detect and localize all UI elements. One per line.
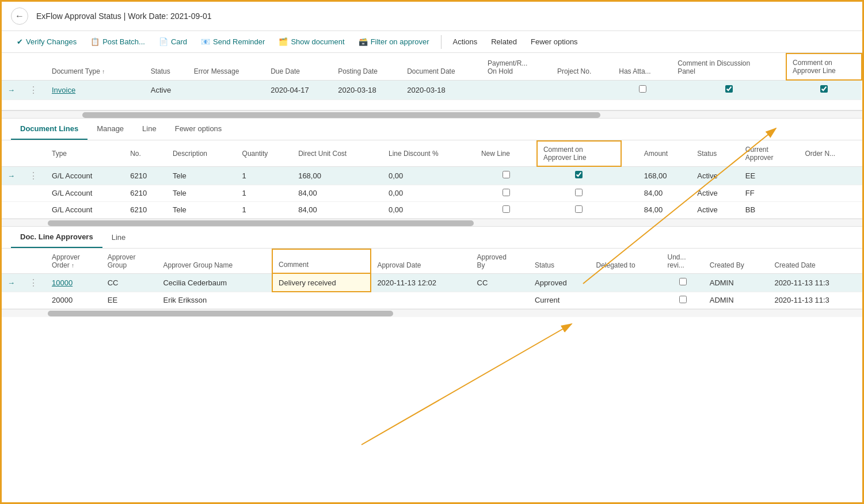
new-line-cb-2[interactable] (503, 189, 510, 196)
cell-comment-approver[interactable] (786, 80, 862, 100)
page-title: ExFlow Approval Status | Work Date: 2021… (36, 12, 212, 21)
fewer-options-button[interactable]: Fewer options (525, 35, 584, 49)
tab-line-approvers[interactable]: Line (102, 227, 135, 247)
filter-approver-button[interactable]: 🗃️ Filter on approver (353, 35, 435, 49)
tab-manage[interactable]: Manage (87, 119, 133, 140)
cell-ld-2: 0,00 (383, 185, 475, 201)
verify-changes-button[interactable]: ✔ Verify Changes (11, 35, 82, 49)
post-batch-button[interactable]: 📋 Post Batch... (85, 35, 151, 49)
und-revi-cb-1[interactable] (679, 278, 687, 285)
col-error-msg: Error Message (188, 54, 265, 80)
col-doc-type: Document Type ↑ (46, 54, 134, 80)
cell-duc-3: 84,00 (292, 201, 383, 218)
col-type: Type (46, 141, 124, 166)
cell-approver-1: EE (740, 166, 800, 185)
three-dot-icon[interactable]: ⋮ (26, 85, 40, 95)
table-row[interactable]: → ⋮ 10000 CC Cecilia Cederbaum Delivery … (2, 273, 862, 292)
three-dot-icon-line1[interactable]: ⋮ (26, 171, 40, 181)
three-dot-icon-approver1[interactable]: ⋮ (26, 278, 40, 288)
document-lines-tabs: Document Lines Manage Line Fewer options (2, 119, 862, 140)
comment-panel-checkbox[interactable] (725, 85, 733, 93)
col-doc-date: Document Date (401, 54, 482, 80)
cell-nl-1[interactable] (475, 166, 537, 185)
send-reminder-button[interactable]: 📧 Send Reminder (195, 35, 271, 49)
has-atta-checkbox[interactable] (639, 85, 646, 93)
cell-project-no (551, 80, 613, 100)
cell-approval-date-2 (371, 292, 471, 308)
col-no: No. (124, 141, 167, 166)
approver-row-arrow: → (2, 273, 21, 292)
approvers-table-scrollbar[interactable] (2, 309, 862, 317)
col-quantity: Quantity (237, 141, 293, 166)
cell-delegated-to-1 (591, 273, 662, 292)
cell-type-2: G/L Account (46, 185, 124, 201)
card-button[interactable]: 📄 Card (153, 35, 193, 49)
col-approval-date: Approval Date (371, 249, 471, 274)
cell-cal-1[interactable] (537, 166, 621, 185)
tab-line[interactable]: Line (133, 119, 166, 140)
cell-payment-hold (482, 80, 551, 100)
cell-type-3: G/L Account (46, 201, 124, 218)
table-row[interactable]: 20000 EE Erik Eriksson Current ADMIN 202… (2, 292, 862, 308)
cell-qty-3: 1 (237, 201, 293, 218)
new-line-cb-3[interactable] (503, 205, 510, 213)
cell-approver-order-1: 10000 (46, 273, 102, 292)
back-button[interactable]: ← (11, 7, 28, 25)
row-menu[interactable]: ⋮ (21, 80, 46, 100)
cell-amount-2: 84,00 (638, 185, 692, 201)
related-button[interactable]: Related (485, 35, 523, 49)
cell-comment-panel[interactable] (672, 80, 786, 100)
cell-nl-2[interactable] (475, 185, 537, 201)
col-order-n: Order N... (799, 141, 862, 166)
col-comment-approver-line: Comment onApprover Line (537, 141, 621, 166)
tab-document-lines[interactable]: Document Lines (11, 119, 87, 140)
show-document-button[interactable]: 🗂️ Show document (273, 35, 350, 49)
und-revi-cb-2[interactable] (679, 296, 687, 303)
col-description: Description (167, 141, 237, 166)
row-menu[interactable]: ⋮ (21, 166, 46, 185)
scrollbar-thumb-1 (82, 112, 600, 118)
comment-approver-checkbox[interactable] (820, 85, 828, 93)
table-row[interactable]: G/L Account 6210 Tele 1 84,00 0,00 84,00… (2, 201, 862, 218)
col-project-no: Project No. (551, 54, 613, 80)
new-line-cb-1[interactable] (503, 171, 510, 178)
comment-approver-line-cb-3[interactable] (575, 205, 583, 213)
lines-table-area: Type No. Description Quantity Direct Uni… (2, 140, 862, 219)
cell-status: Active (145, 80, 188, 100)
cell-cal-3[interactable] (537, 201, 621, 218)
table-row[interactable]: G/L Account 6210 Tele 1 84,00 0,00 84,00… (2, 185, 862, 201)
comment-approver-line-cb-2[interactable] (575, 189, 583, 196)
cell-cal-2[interactable] (537, 185, 621, 201)
cell-approver-status-2: Current (529, 292, 591, 308)
cell-posting-date: 2020-03-18 (332, 80, 401, 100)
table-row[interactable]: → ⋮ Invoice Active 2020-04-17 2020-03-18… (2, 80, 862, 100)
cell-approved-by-1: CC (471, 273, 529, 292)
main-table-scrollbar[interactable] (2, 110, 862, 119)
cell-desc-2: Tele (167, 185, 237, 201)
cell-created-date-1: 2020-11-13 11:3 (768, 273, 862, 292)
tab-doc-line-approvers[interactable]: Doc. Line Approvers (11, 227, 102, 248)
table-row[interactable]: → ⋮ G/L Account 6210 Tele 1 168,00 0,00 … (2, 166, 862, 185)
cell-no-1: 6210 (124, 166, 167, 185)
scrollbar-thumb-2 (48, 220, 474, 226)
lines-table-scrollbar[interactable] (2, 219, 862, 227)
actions-button[interactable]: Actions (447, 35, 484, 49)
comment-approver-line-cb-1[interactable] (575, 171, 583, 178)
tab-fewer-options[interactable]: Fewer options (166, 119, 231, 140)
approver-order-link-1[interactable]: 10000 (52, 278, 73, 287)
show-doc-icon: 🗂️ (279, 37, 288, 46)
invoice-link[interactable]: Invoice (52, 86, 75, 94)
cell-comment-1: Delivery received (272, 273, 371, 292)
cell-has-atta[interactable] (613, 80, 672, 100)
toolbar: ✔ Verify Changes 📋 Post Batch... 📄 Card … (2, 31, 862, 53)
cell-desc-3: Tele (167, 201, 237, 218)
cell-approver-group-name-2: Erik Eriksson (157, 292, 272, 308)
cell-nl-3[interactable] (475, 201, 537, 218)
col-line-discount: Line Discount % (383, 141, 475, 166)
cell-und-revi-2[interactable] (661, 292, 703, 308)
cell-und-revi-1[interactable] (661, 273, 703, 292)
col-approver-group: ApproverGroup (102, 249, 158, 274)
col-created-date: Created Date (768, 249, 862, 274)
approver-row-menu[interactable]: ⋮ (21, 273, 46, 292)
cell-qty-1: 1 (237, 166, 293, 185)
